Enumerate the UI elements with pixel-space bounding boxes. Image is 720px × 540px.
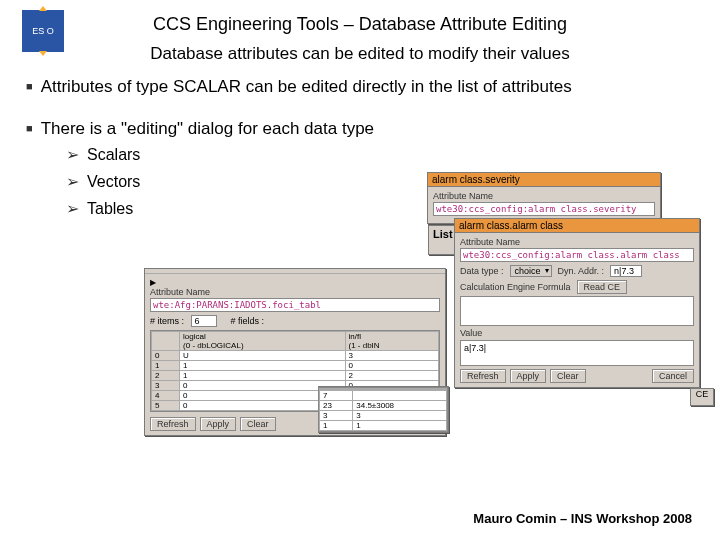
dialog-table-ext: 72334.5±30083311 [318,386,449,433]
read-ce-button[interactable]: Read CE [577,280,628,294]
apply-button[interactable]: Apply [200,417,237,431]
ce-label: CE [696,389,709,399]
attr-name-field[interactable]: wte30:ccs_config:alarm class.alarm class [460,248,694,262]
slide-footer: Mauro Comin – INS Workshop 2008 [473,511,692,526]
bullet-1-text: Attributes of type SCALAR can be edited … [41,77,572,96]
data-table-ext[interactable]: 72334.5±30083311 [318,387,448,432]
attr-name-label: Attribute Name [460,237,694,247]
apply-button[interactable]: Apply [510,369,547,383]
fields-label: # fields : [231,316,265,326]
attr-name-field[interactable]: wte30:ccs_config:alarm class.severity [433,202,655,216]
attr-name-label: Attribute Name [433,191,655,201]
square-bullet-icon: ■ [26,122,33,134]
bullet-2-text: There is a "editing" dialog for each dat… [41,119,374,138]
dyn-addr-label: Dyn. Addr. : [558,266,605,276]
refresh-button[interactable]: Refresh [460,369,506,383]
arrow-bullet-icon: ➢ [66,200,79,217]
dialog-severity: alarm class.severity Attribute Name wte3… [427,172,661,224]
clear-button[interactable]: Clear [240,417,276,431]
items-label: # items : [150,316,184,326]
ce-label-box: CE [690,388,714,406]
bullet-1: ■Attributes of type SCALAR can be edited… [26,74,700,100]
slide-subtitle: Database attributes can be edited to mod… [0,44,720,64]
square-bullet-icon: ■ [26,80,33,92]
attr-name-label: Attribute Name [150,287,440,297]
formula-label: Calculation Engine Formula [460,282,571,292]
dialog-alarm-title: alarm class.alarm class [455,219,699,233]
value-field[interactable]: a|7.3| [460,340,694,366]
slide-title: CCS Engineering Tools – Database Attribu… [0,14,720,35]
dyn-addr-field[interactable]: n|7.3 [610,265,642,277]
refresh-button[interactable]: Refresh [150,417,196,431]
dialog-alarm-class: alarm class.alarm class Attribute Name w… [454,218,700,388]
clear-button[interactable]: Clear [550,369,586,383]
datatype-label: Data type : [460,266,504,276]
formula-textarea[interactable] [460,296,694,326]
value-label: Value [460,328,694,338]
cancel-button[interactable]: Cancel [652,369,694,383]
counts-row: # items : 6 # fields : [150,315,440,327]
sub-bullet-1: ➢Scalars [66,141,700,168]
arrow-bullet-icon: ➢ [66,173,79,190]
dialog-severity-title: alarm class.severity [428,173,660,187]
bullet-2: ■There is a "editing" dialog for each da… [26,116,700,142]
items-field[interactable]: 6 [191,315,217,327]
datatype-dropdown[interactable]: choice [510,265,552,277]
arrow-bullet-icon: ➢ [66,146,79,163]
attr-name-field[interactable]: wte:Afg:PARANS:IADOTS.foci_tabl [150,298,440,312]
